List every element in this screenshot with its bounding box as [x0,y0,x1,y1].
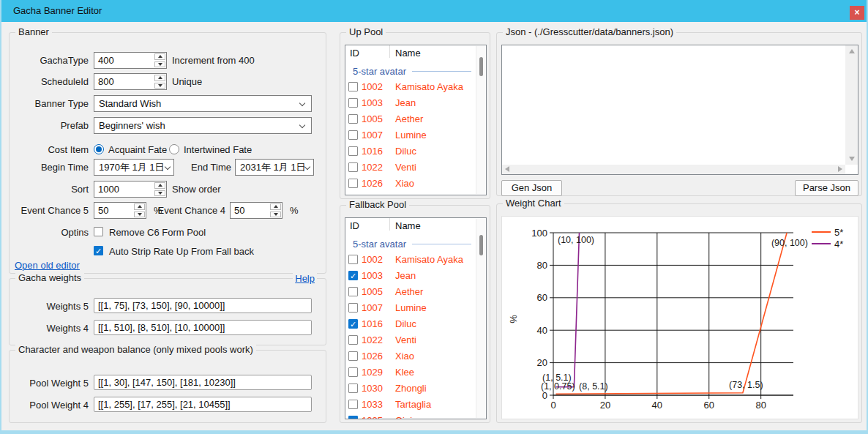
prefab-select[interactable]: Beginners' wish [94,117,312,134]
spin-down-icon[interactable] [270,212,281,218]
table-row[interactable]: 1002Kamisato Ayaka [345,252,475,268]
parse-json-button[interactable]: Parse Json [795,180,858,196]
spin-up-icon[interactable] [154,75,165,81]
gachatype-value[interactable]: 400 [94,53,154,68]
column-divider[interactable] [389,218,390,231]
titlebar[interactable]: Gacha Banner Editor × [1,0,867,22]
table-row[interactable]: 1022Venti [345,160,475,176]
banner-type-select[interactable]: Standard Wish [94,95,312,112]
row-checkbox[interactable] [348,114,358,124]
scrollbar-thumb[interactable] [479,57,483,76]
auto-strip-checkbox[interactable] [94,246,103,255]
pool-weight5-input[interactable]: [[1, 30], [147, 150], [181, 10230]] [94,375,312,390]
table-row[interactable]: 1022Venti [345,332,475,348]
column-header-name[interactable]: Name [395,218,421,234]
row-checkbox[interactable] [348,130,358,140]
table-row[interactable]: 1003Jean [345,268,475,284]
scroll-down-icon[interactable] [849,157,855,161]
row-checkbox[interactable] [348,255,358,264]
scroll-right-icon[interactable] [838,166,842,172]
column-header-id[interactable]: ID [350,45,359,61]
help-link[interactable]: Help [293,273,317,284]
weights5-input[interactable]: [[1, 75], [73, 150], [90, 10000]] [94,298,312,313]
spin-up-icon[interactable] [154,53,165,60]
scheduleid-spinner[interactable] [154,74,166,89]
json-textarea[interactable] [502,45,845,165]
event-chance-4-spinner[interactable] [269,203,282,218]
json-vertical-scrollbar[interactable] [845,45,858,165]
column-header-id[interactable]: ID [350,218,359,234]
row-checkbox[interactable] [348,335,358,345]
row-checkbox[interactable] [348,98,358,108]
row-checkbox[interactable] [348,384,358,393]
scrollbar-thumb[interactable] [479,235,483,255]
row-name: Diluc [395,316,416,332]
table-row[interactable]: 1029Klee [345,364,475,381]
up-pool-scrollbar[interactable] [476,46,485,194]
spin-up-icon[interactable] [270,203,281,210]
table-row[interactable]: 1026Xiao [345,176,475,192]
svg-text:80: 80 [537,260,547,271]
row-checkbox[interactable] [348,303,358,313]
row-checkbox[interactable] [348,287,358,296]
table-row[interactable]: 1030Zhongli [345,381,475,397]
table-row[interactable]: 1035Qiqi [345,413,475,419]
scheduleid-value[interactable]: 800 [94,74,154,89]
scheduleid-input[interactable]: 800 [94,73,167,90]
close-button[interactable]: × [850,6,864,20]
row-checkbox[interactable] [348,400,358,409]
column-divider[interactable] [389,45,390,58]
table-row[interactable]: 1033Tartaglia [345,397,475,413]
up-pool-list[interactable]: ID Name 5-star avatar 1002Kamisato Ayaka… [345,45,487,195]
event-chance-5-value[interactable]: 50 [94,203,133,218]
intertwined-fate-radio[interactable] [169,144,179,154]
table-row[interactable]: 1007Lumine [345,300,475,316]
open-old-editor-link[interactable]: Open old editor [15,260,80,271]
row-checkbox[interactable] [348,416,358,419]
fallback-pool-scrollbar[interactable] [476,219,485,418]
acquaint-fate-radio[interactable] [94,144,104,154]
row-checkbox[interactable] [348,179,358,188]
fallback-pool-list[interactable]: ID Name 5-star avatar 1002Kamisato Ayaka… [345,217,487,419]
table-row[interactable]: 1005Aether [345,111,475,127]
up-pool-header[interactable]: ID Name [345,45,486,61]
gen-json-button[interactable]: Gen Json [501,180,562,196]
gachatype-spinner[interactable] [154,53,166,68]
row-checkbox[interactable] [348,367,358,377]
table-row[interactable]: 1016Diluc [345,143,475,160]
table-row[interactable]: 1002Kamisato Ayaka [345,79,475,95]
row-checkbox[interactable] [348,271,358,280]
row-checkbox[interactable] [348,146,358,156]
sort-spinner[interactable] [154,182,166,197]
json-editor[interactable] [501,45,858,175]
spin-down-icon[interactable] [154,61,165,68]
remove-c6-checkbox[interactable] [94,227,103,236]
event-chance-5-input[interactable]: 50 [94,202,146,219]
sort-input[interactable]: 1000 [94,181,167,198]
spin-down-icon[interactable] [154,190,165,197]
row-checkbox[interactable] [348,351,358,361]
end-time-picker[interactable]: 2031年 1月 1日 [235,159,314,176]
event-chance-4-value[interactable]: 50 [231,203,269,218]
json-horizontal-scrollbar[interactable] [502,165,845,174]
pool-weight4-input[interactable]: [[1, 255], [17, 255], [21, 10455]] [94,397,312,412]
spin-up-icon[interactable] [154,182,165,189]
row-checkbox[interactable] [348,82,358,91]
row-checkbox[interactable] [348,319,358,329]
table-row[interactable]: 1026Xiao [345,348,475,364]
scroll-up-icon[interactable] [849,49,855,53]
row-checkbox[interactable] [348,162,358,172]
sort-value[interactable]: 1000 [94,182,154,197]
begin-time-picker[interactable]: 1970年 1月 1日 [94,159,174,176]
scroll-left-icon[interactable] [505,166,509,172]
column-header-name[interactable]: Name [395,45,421,61]
weights4-input[interactable]: [[1, 510], [8, 510], [10, 10000]] [94,320,312,335]
table-row[interactable]: 1007Lumine [345,127,475,143]
gachatype-input[interactable]: 400 [94,52,167,69]
fallback-pool-header[interactable]: ID Name [345,218,486,234]
table-row[interactable]: 1005Aether [345,284,475,300]
table-row[interactable]: 1016Diluc [345,316,475,332]
table-row[interactable]: 1003Jean [345,95,475,111]
event-chance-4-input[interactable]: 50 [230,202,283,219]
spin-down-icon[interactable] [154,83,165,89]
